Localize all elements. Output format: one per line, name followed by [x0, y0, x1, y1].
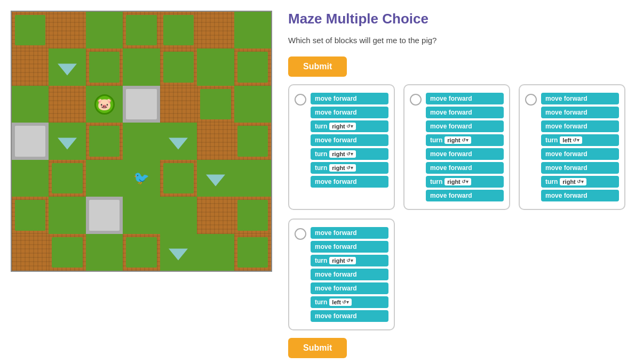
block-B-4: move forward [426, 148, 504, 160]
option-card-D[interactable]: move forwardmove forwardturn right ↺▾mov… [288, 219, 395, 330]
block-B-5: move forward [426, 162, 504, 174]
option-card-C[interactable]: move forwardmove forwardmove forwardturn… [519, 84, 625, 210]
maze-cell-3-4 [160, 123, 197, 159]
block-A-5: turn right ↺▾ [311, 162, 388, 174]
maze-cell-2-1 [49, 86, 85, 123]
block-D-1: move forward [311, 241, 388, 253]
maze-cell-3-1 [49, 123, 85, 159]
turn-badge-C-3: left ↺▾ [560, 136, 582, 144]
maze-container: 🐷🐦 [11, 11, 272, 358]
maze-cell-4-4 [160, 160, 197, 197]
maze-cell-3-3 [123, 123, 160, 159]
maze-cell-5-3 [123, 197, 160, 233]
pig-character: 🐷 [94, 94, 115, 115]
maze-cell-4-2 [86, 160, 123, 197]
maze-cell-6-2 [86, 234, 123, 271]
maze-cell-1-6 [234, 48, 271, 85]
turn-badge-C-6: right ↺▾ [560, 178, 586, 185]
block-A-0: move forward [311, 93, 388, 104]
maze-cell-0-1 [49, 12, 85, 48]
page-title: Maze Multiple Choice [288, 11, 632, 27]
option-radio-C[interactable] [525, 94, 537, 106]
block-B-2: move forward [426, 120, 504, 132]
turn-badge-B-3: right ↺▾ [444, 136, 471, 144]
block-B-0: move forward [426, 93, 504, 104]
maze-cell-2-4 [160, 86, 197, 123]
maze-cell-6-6 [234, 234, 271, 271]
maze-cell-2-3 [123, 86, 160, 123]
block-D-0: move forward [311, 227, 388, 239]
turn-badge-A-2: right ↺▾ [329, 123, 355, 130]
maze-cell-4-1 [49, 160, 85, 197]
maze-cell-0-3 [123, 12, 160, 48]
blocks-list-D: move forwardmove forwardturn right ↺▾mov… [311, 227, 388, 322]
maze-cell-2-0 [12, 86, 49, 123]
option-radio-B[interactable] [410, 94, 422, 106]
maze-cell-0-2 [86, 12, 123, 48]
maze-cell-5-4 [160, 197, 197, 233]
option-card-B[interactable]: move forwardmove forwardmove forwardturn… [403, 84, 510, 210]
block-A-2: turn right ↺▾ [311, 120, 388, 132]
maze-cell-2-6 [234, 86, 271, 123]
maze-cell-6-4 [160, 234, 197, 271]
block-B-7: move forward [426, 190, 504, 201]
maze-cell-6-3 [123, 234, 160, 271]
maze-cell-6-0 [12, 234, 49, 271]
maze-cell-3-5 [197, 123, 234, 159]
option-radio-D[interactable] [295, 228, 306, 240]
maze-cell-0-5 [197, 12, 234, 48]
maze-cell-6-5 [197, 234, 234, 271]
maze-cell-1-1 [49, 48, 85, 85]
block-B-1: move forward [426, 107, 504, 118]
turn-badge-A-5: right ↺▾ [329, 164, 355, 172]
block-D-5: turn left ↺▾ [311, 296, 388, 308]
block-C-3: turn left ↺▾ [541, 134, 619, 146]
subtitle: Which set of blocks will get me to the p… [288, 36, 632, 45]
maze-cell-1-4 [160, 48, 197, 85]
maze-cell-4-6 [234, 160, 271, 197]
maze-cell-4-3: 🐦 [123, 160, 160, 197]
maze-cell-0-4 [160, 12, 197, 48]
maze-cell-1-3 [123, 48, 160, 85]
block-C-2: move forward [541, 120, 619, 132]
block-D-6: move forward [311, 310, 388, 322]
maze-cell-0-0 [12, 12, 49, 48]
content-area: Maze Multiple Choice Which set of blocks… [288, 11, 632, 358]
maze-cell-3-2 [86, 123, 123, 159]
maze-cell-6-1 [49, 234, 85, 271]
submit-button-bottom[interactable]: Submit [288, 338, 347, 358]
maze-cell-5-6 [234, 197, 271, 233]
turn-badge-D-5: left ↺▾ [329, 298, 352, 306]
turn-badge-D-2: right ↺▾ [329, 257, 355, 264]
block-B-6: turn right ↺▾ [426, 176, 504, 188]
maze-cell-3-0 [12, 123, 49, 159]
bird-character: 🐦 [132, 168, 151, 188]
block-C-1: move forward [541, 107, 619, 118]
maze-cell-5-1 [49, 197, 85, 233]
option-card-A[interactable]: move forwardmove forwardturn right ↺▾mov… [288, 84, 395, 210]
block-A-4: turn right ↺▾ [311, 148, 388, 160]
maze-cell-2-2: 🐷 [86, 86, 123, 123]
maze-cell-5-0 [12, 197, 49, 233]
blocks-list-A: move forwardmove forwardturn right ↺▾mov… [311, 93, 388, 188]
block-A-6: move forward [311, 176, 388, 188]
block-C-6: turn right ↺▾ [541, 176, 619, 188]
option-radio-A[interactable] [295, 94, 306, 106]
turn-badge-B-6: right ↺▾ [444, 178, 471, 185]
maze-cell-1-0 [12, 48, 49, 85]
submit-button-top[interactable]: Submit [288, 56, 347, 77]
maze-cell-1-2 [86, 48, 123, 85]
block-D-4: move forward [311, 282, 388, 294]
maze-cell-2-5 [197, 86, 234, 123]
block-D-2: turn right ↺▾ [311, 255, 388, 266]
options-grid: move forwardmove forwardturn right ↺▾mov… [288, 84, 632, 330]
maze-cell-5-5 [197, 197, 234, 233]
maze-cell-4-0 [12, 160, 49, 197]
blocks-list-B: move forwardmove forwardmove forwardturn… [426, 93, 504, 201]
maze-cell-1-5 [197, 48, 234, 85]
block-C-4: move forward [541, 148, 619, 160]
block-A-3: move forward [311, 134, 388, 146]
block-B-3: turn right ↺▾ [426, 134, 504, 146]
maze-cell-0-6 [234, 12, 271, 48]
block-C-0: move forward [541, 93, 619, 104]
